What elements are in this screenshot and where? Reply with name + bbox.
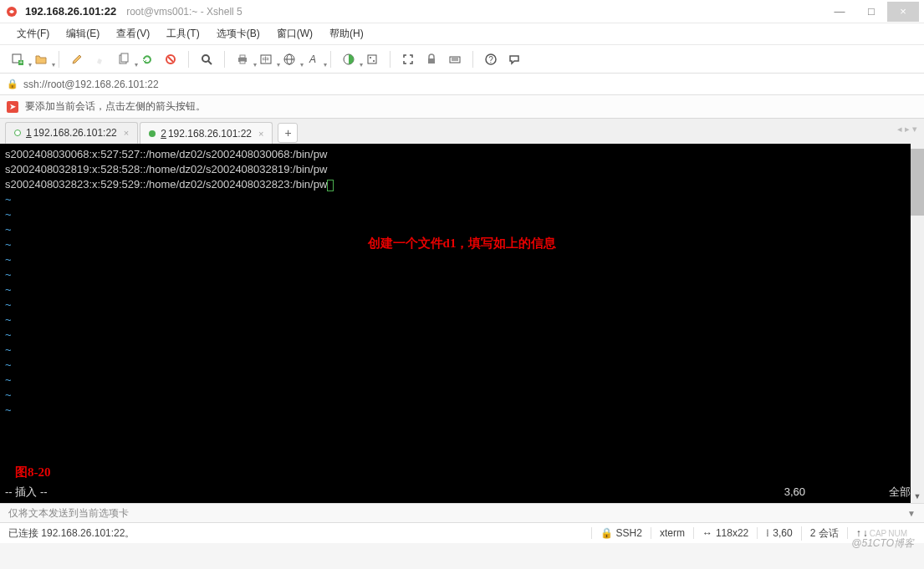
- pencil-icon[interactable]: [66, 48, 88, 70]
- tilde-line: ~: [5, 207, 919, 222]
- statusbar: 已连接 192.168.26.101:22。 🔒SSH2 xterm ↔118x…: [0, 523, 924, 543]
- title-subtitle: root@vms001:~ - Xshell 5: [126, 6, 242, 18]
- lock-icon[interactable]: [421, 48, 442, 70]
- app-icon: [5, 5, 18, 18]
- tilde-line: ~: [5, 267, 919, 282]
- menu-tab[interactable]: 选项卡(B): [208, 27, 268, 41]
- tab-status-dot: [14, 130, 21, 136]
- font-icon[interactable]: A: [302, 48, 324, 70]
- svg-rect-11: [240, 55, 245, 58]
- new-tab-button[interactable]: +: [278, 123, 298, 143]
- globe-icon[interactable]: [278, 48, 300, 70]
- open-icon[interactable]: [30, 48, 52, 70]
- tab-close-icon[interactable]: ×: [124, 128, 129, 138]
- scrollbar-down-icon[interactable]: ▼: [911, 490, 924, 503]
- tab-nav-arrows[interactable]: ◂ ▸ ▾: [897, 124, 917, 135]
- search-icon[interactable]: [196, 48, 217, 70]
- svg-rect-5: [121, 53, 128, 62]
- terminal[interactable]: s2002408030068:x:527:527::/home/dz02/s20…: [0, 144, 924, 503]
- tab-1[interactable]: 1 192.168.26.101:22 ×: [5, 122, 138, 144]
- feedback-icon[interactable]: [503, 48, 525, 70]
- tab-status-dot: [149, 130, 156, 137]
- copy-icon[interactable]: [113, 48, 135, 70]
- toolbar-separator: [59, 51, 59, 68]
- svg-point-8: [202, 55, 209, 62]
- menu-window[interactable]: 窗口(W): [268, 27, 321, 41]
- vim-mode: -- 插入 --: [5, 485, 48, 500]
- toolbar-separator: [472, 51, 473, 68]
- status-sessions: 2 会话: [801, 526, 847, 541]
- tilde-line: ~: [5, 328, 919, 343]
- status-size: ↔118x22: [693, 527, 757, 539]
- send-hint-text: 仅将文本发送到当前选项卡: [8, 506, 129, 521]
- svg-rect-12: [240, 61, 245, 64]
- addressbar-url[interactable]: ssh://root@192.168.26.101:22: [23, 79, 917, 90]
- toolbar-separator: [224, 51, 225, 68]
- toolbar-separator: [330, 51, 331, 68]
- svg-text:?: ?: [488, 55, 493, 64]
- status-connection: 已连接 192.168.26.101:22。: [8, 526, 591, 541]
- send-target-dropdown-icon[interactable]: ▼: [907, 509, 916, 518]
- terminal-line: s2002408032819:x:528:528::/home/dz02/s20…: [5, 162, 919, 177]
- vim-scroll: 全部: [889, 485, 911, 500]
- lock-tiny-icon: 🔒: [600, 527, 613, 539]
- tilde-line: ~: [5, 343, 919, 358]
- toolbar-separator: [390, 51, 391, 68]
- tilde-line: ~: [5, 282, 919, 297]
- encoding-icon[interactable]: 中: [255, 48, 277, 70]
- status-pos: ⁞3,60: [757, 527, 800, 539]
- minimize-button[interactable]: —: [824, 2, 855, 22]
- tab-close-icon[interactable]: ×: [258, 129, 263, 139]
- menubar: 文件(F) 编辑(E) 查看(V) 工具(T) 选项卡(B) 窗口(W) 帮助(…: [0, 23, 924, 45]
- cursor-icon: ⁞: [766, 527, 769, 539]
- terminal-cursor: [327, 180, 334, 191]
- tab-label: 192.168.26.101:22: [33, 127, 117, 139]
- size-icon: ↔: [702, 527, 712, 539]
- svg-rect-20: [368, 55, 376, 64]
- highlight-icon[interactable]: [89, 48, 111, 70]
- tab-2[interactable]: 2 192.168.26.101:22 ×: [140, 122, 273, 144]
- tilde-line: ~: [5, 403, 919, 418]
- menu-file[interactable]: 文件(F): [8, 27, 58, 41]
- menu-help[interactable]: 帮助(H): [321, 27, 372, 41]
- title-address: 192.168.26.101:22: [25, 5, 116, 18]
- toolbar: + 中 A ?: [0, 45, 924, 74]
- tilde-line: ~: [5, 297, 919, 312]
- tilde-line: ~: [5, 312, 919, 328]
- print-icon[interactable]: [232, 48, 253, 70]
- send-input-bar[interactable]: 仅将文本发送到当前选项卡 ▼: [0, 503, 924, 523]
- terminal-line: s2002408032823:x:529:529::/home/dz02/s20…: [5, 177, 919, 192]
- menu-tools[interactable]: 工具(T): [158, 27, 207, 41]
- titlebar: 192.168.26.101:22 root@vms001:~ - Xshell…: [0, 0, 924, 23]
- maximize-button[interactable]: □: [855, 2, 887, 22]
- terminal-scrollbar[interactable]: ▼: [911, 144, 924, 503]
- menu-edit[interactable]: 编辑(E): [58, 27, 108, 41]
- tilde-line: ~: [5, 388, 919, 403]
- annotation-bottom: 图8-20: [15, 465, 51, 480]
- new-session-icon[interactable]: +: [7, 48, 28, 70]
- svg-line-9: [208, 61, 212, 64]
- svg-text:A: A: [309, 53, 316, 65]
- addressbar: 🔒 ssh://root@192.168.26.101:22: [0, 74, 924, 95]
- svg-point-22: [373, 60, 375, 62]
- svg-text:中: 中: [263, 56, 269, 64]
- annotation-center: 创建一个文件d1，填写如上的信息: [0, 236, 924, 251]
- help-icon[interactable]: ?: [480, 48, 502, 70]
- tilde-line: ~: [5, 252, 919, 267]
- svg-rect-23: [428, 58, 435, 64]
- color-icon[interactable]: [338, 48, 360, 70]
- disconnect-icon[interactable]: [160, 48, 181, 70]
- keyboard-icon[interactable]: [444, 48, 466, 70]
- close-button[interactable]: ×: [887, 2, 919, 22]
- window-buttons: — □ ×: [824, 2, 919, 22]
- reconnect-icon[interactable]: [136, 48, 158, 70]
- script-icon[interactable]: [361, 48, 383, 70]
- menu-view[interactable]: 查看(V): [108, 27, 158, 41]
- scrollbar-thumb[interactable]: [911, 149, 924, 216]
- status-term: xterm: [651, 527, 693, 539]
- fullscreen-icon[interactable]: [397, 48, 419, 70]
- vim-statusline: -- 插入 -- 3,60 全部: [5, 485, 919, 500]
- terminal-line: s2002408030068:x:527:527::/home/dz02/s20…: [5, 147, 919, 162]
- add-session-arrow-icon[interactable]: ➤: [7, 101, 18, 113]
- terminal-container: s2002408030068:x:527:527::/home/dz02/s20…: [0, 144, 924, 503]
